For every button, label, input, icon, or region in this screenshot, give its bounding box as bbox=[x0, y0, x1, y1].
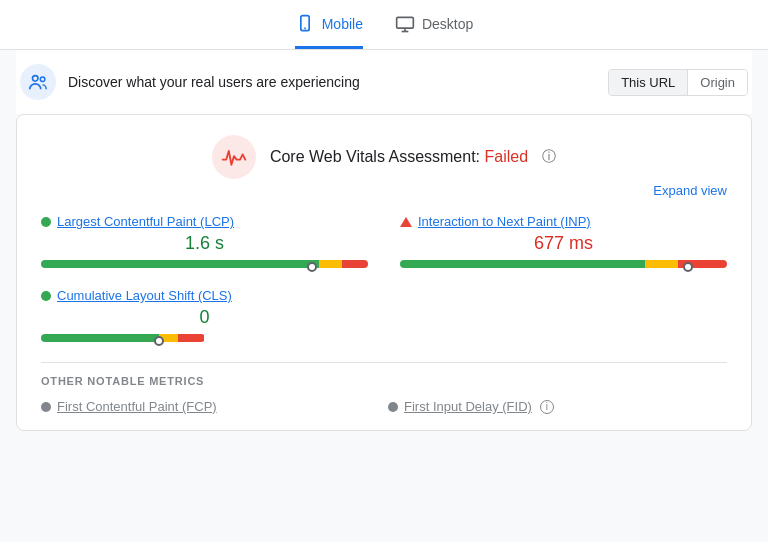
tab-mobile[interactable]: Mobile bbox=[295, 14, 363, 49]
inp-bar-green bbox=[400, 260, 645, 268]
other-metrics-grid: First Contentful Paint (FCP) First Input… bbox=[41, 399, 727, 414]
metric-lcp: Largest Contentful Paint (LCP) 1.6 s bbox=[41, 214, 368, 272]
assessment-icon-circle bbox=[212, 135, 256, 179]
metric-lcp-value: 1.6 s bbox=[41, 233, 368, 254]
this-url-button[interactable]: This URL bbox=[609, 70, 688, 95]
mobile-icon bbox=[295, 14, 315, 34]
cls-progress-bar bbox=[41, 334, 368, 342]
origin-button[interactable]: Origin bbox=[688, 70, 747, 95]
tabs-bar: Mobile Desktop bbox=[0, 0, 768, 50]
section-header-title: Discover what your real users are experi… bbox=[68, 74, 360, 90]
tab-desktop[interactable]: Desktop bbox=[395, 14, 473, 49]
inp-progress-bar bbox=[400, 260, 727, 268]
section-divider bbox=[41, 362, 727, 363]
fid-info-icon[interactable]: i bbox=[540, 400, 554, 414]
expand-view-link[interactable]: Expand view bbox=[41, 183, 727, 198]
main-content: Discover what your real users are experi… bbox=[0, 50, 768, 431]
metric-inp: Interaction to Next Paint (INP) 677 ms bbox=[400, 214, 727, 272]
lcp-dot-icon bbox=[41, 217, 51, 227]
url-origin-toggle: This URL Origin bbox=[608, 69, 748, 96]
svg-point-5 bbox=[33, 76, 39, 82]
tab-mobile-label: Mobile bbox=[322, 16, 363, 32]
fcp-dot-icon bbox=[41, 402, 51, 412]
fid-label[interactable]: First Input Delay (FID) bbox=[404, 399, 532, 414]
fcp-label[interactable]: First Contentful Paint (FCP) bbox=[57, 399, 217, 414]
inp-bar-orange bbox=[645, 260, 678, 268]
cls-dot-icon bbox=[41, 291, 51, 301]
cls-bar-green bbox=[41, 334, 159, 342]
assessment-help-icon[interactable]: ⓘ bbox=[542, 148, 556, 166]
lcp-bar-green bbox=[41, 260, 319, 268]
fid-dot-icon bbox=[388, 402, 398, 412]
svg-point-6 bbox=[40, 77, 45, 82]
assessment-header: Core Web Vitals Assessment: Failed ⓘ bbox=[41, 135, 727, 179]
metric-lcp-label[interactable]: Largest Contentful Paint (LCP) bbox=[41, 214, 368, 229]
section-header-left: Discover what your real users are experi… bbox=[20, 64, 360, 100]
users-icon bbox=[27, 71, 49, 93]
desktop-icon bbox=[395, 14, 415, 34]
tab-desktop-label: Desktop bbox=[422, 16, 473, 32]
lcp-progress-bar bbox=[41, 260, 368, 268]
cls-bar-red bbox=[178, 334, 204, 342]
lcp-bar-orange bbox=[319, 260, 342, 268]
metric-inp-value: 677 ms bbox=[400, 233, 727, 254]
other-metric-fcp: First Contentful Paint (FCP) bbox=[41, 399, 380, 414]
assessment-status: Failed bbox=[485, 148, 529, 165]
assessment-title: Core Web Vitals Assessment: Failed bbox=[270, 148, 528, 166]
metric-cls-label[interactable]: Cumulative Layout Shift (CLS) bbox=[41, 288, 368, 303]
section-header: Discover what your real users are experi… bbox=[16, 50, 752, 114]
cls-bar-marker bbox=[154, 336, 164, 346]
inp-triangle-icon bbox=[400, 217, 412, 227]
other-metrics-heading: OTHER NOTABLE METRICS bbox=[41, 375, 727, 387]
user-icon-circle bbox=[20, 64, 56, 100]
vitals-wave-icon bbox=[221, 147, 247, 167]
metric-inp-label[interactable]: Interaction to Next Paint (INP) bbox=[400, 214, 727, 229]
svg-rect-2 bbox=[397, 17, 414, 28]
other-metric-fid: First Input Delay (FID) i bbox=[388, 399, 727, 414]
metric-cls: Cumulative Layout Shift (CLS) 0 bbox=[41, 288, 368, 346]
metrics-grid: Largest Contentful Paint (LCP) 1.6 s Int… bbox=[41, 214, 727, 346]
metric-cls-value: 0 bbox=[41, 307, 368, 328]
cwv-card: Core Web Vitals Assessment: Failed ⓘ Exp… bbox=[16, 114, 752, 431]
lcp-bar-marker bbox=[307, 262, 317, 272]
lcp-bar-red bbox=[342, 260, 368, 268]
inp-bar-marker bbox=[683, 262, 693, 272]
